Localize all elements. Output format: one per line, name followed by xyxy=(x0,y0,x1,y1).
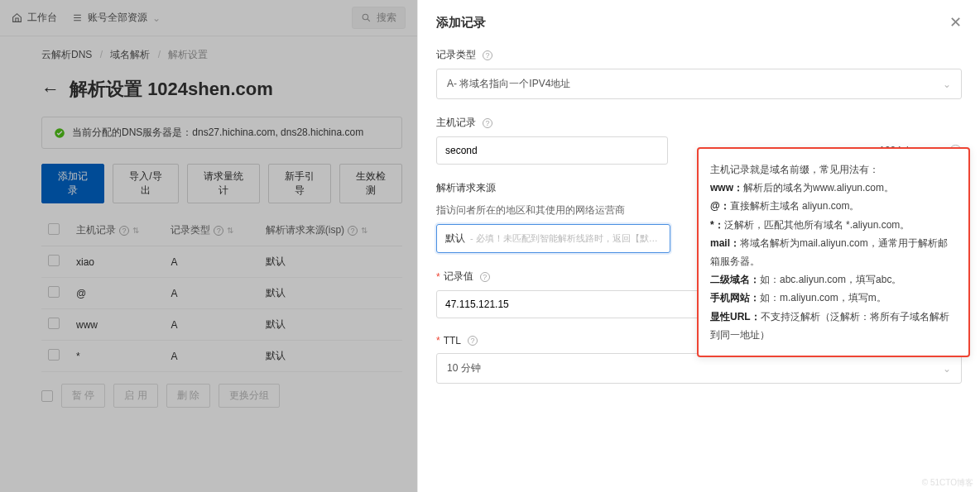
pause-button[interactable]: 暂 停 xyxy=(61,384,105,408)
sort-icon[interactable]: ⇅ xyxy=(361,226,368,235)
action-button-row: 添加记录 导入/导出 请求量统计 新手引导 生效检测 xyxy=(41,164,402,203)
home-icon xyxy=(12,12,22,23)
host-record-tooltip: 主机记录就是域名前缀，常见用法有： www：解析后的域名为www.aliyun.… xyxy=(697,147,970,357)
svg-point-0 xyxy=(363,14,368,20)
col-isp: 解析请求来源(isp) xyxy=(266,224,344,236)
cell-type: A xyxy=(164,309,258,341)
dns-notice-banner: 当前分配的DNS服务器是：dns27.hichina.com, dns28.hi… xyxy=(41,117,402,149)
page-title: 解析设置 1024shen.com xyxy=(70,77,273,102)
cell-host: xiao xyxy=(70,246,164,278)
table-row: @ A 默认 xyxy=(41,278,402,309)
help-icon[interactable]: ? xyxy=(480,272,490,282)
delete-button[interactable]: 删 除 xyxy=(166,384,210,408)
source-placeholder: - 必填！未匹配到智能解析线路时，返回【默认】线路设置结果 xyxy=(470,232,661,245)
resource-dropdown[interactable]: 账号全部资源 ⌄ xyxy=(72,11,161,25)
records-table: 主机记录?⇅ 记录类型?⇅ 解析请求来源(isp)?⇅ xiao A 默认 @ … xyxy=(41,215,402,372)
main-page-underlay: 工作台 账号全部资源 ⌄ 搜索 云解析DNS / 域名解析 / xyxy=(0,0,417,492)
row-checkbox[interactable] xyxy=(48,286,60,298)
help-icon[interactable]: ? xyxy=(119,226,129,236)
regroup-button[interactable]: 更换分组 xyxy=(219,384,280,408)
bulk-action-row: 暂 停 启 用 删 除 更换分组 xyxy=(41,384,402,408)
cell-type: A xyxy=(164,278,258,309)
search-placeholder: 搜索 xyxy=(377,11,396,25)
source-select[interactable]: 默认 - 必填！未匹配到智能解析线路时，返回【默认】线路设置结果 xyxy=(436,224,670,253)
search-box[interactable]: 搜索 xyxy=(352,7,406,29)
top-bar: 工作台 账号全部资源 ⌄ 搜索 xyxy=(0,0,417,36)
check-button[interactable]: 生效检测 xyxy=(339,164,402,203)
import-export-button[interactable]: 导入/导出 xyxy=(113,164,178,203)
row-checkbox[interactable] xyxy=(48,349,60,361)
enable-button[interactable]: 启 用 xyxy=(113,384,157,408)
cell-host: * xyxy=(70,341,164,372)
watermark: © 51CTO博客 xyxy=(922,477,973,489)
cell-isp: 默认 xyxy=(259,341,402,372)
breadcrumb-item-1[interactable]: 云解析DNS xyxy=(41,49,92,60)
source-tag: 默认 xyxy=(445,232,465,246)
select-all-checkbox[interactable] xyxy=(48,223,60,235)
help-icon[interactable]: ? xyxy=(214,226,223,236)
cell-isp: 默认 xyxy=(259,246,402,278)
home-label: 工作台 xyxy=(27,11,57,25)
help-icon[interactable]: ? xyxy=(483,50,492,60)
back-arrow-icon[interactable]: ← xyxy=(41,79,60,100)
add-record-panel: 添加记录 ✕ 记录类型? A- 将域名指向一个IPV4地址 ⌄ 主机记录? .1… xyxy=(417,0,980,492)
cell-type: A xyxy=(164,246,258,278)
list-icon xyxy=(72,12,83,23)
cell-isp: 默认 xyxy=(259,309,402,341)
chevron-down-icon: ⌄ xyxy=(152,12,161,24)
row-checkbox[interactable] xyxy=(48,318,60,329)
record-type-select[interactable]: A- 将域名指向一个IPV4地址 ⌄ xyxy=(436,69,962,99)
close-icon[interactable]: ✕ xyxy=(949,13,962,31)
guide-button[interactable]: 新手引导 xyxy=(268,164,331,203)
table-row: * A 默认 xyxy=(41,341,402,372)
ttl-value: 10 分钟 xyxy=(447,361,481,375)
help-icon[interactable]: ? xyxy=(348,226,358,236)
tooltip-intro: 主机记录就是域名前缀，常见用法有： xyxy=(710,160,957,179)
col-host: 主机记录 xyxy=(76,224,116,236)
cell-host: @ xyxy=(70,278,164,309)
host-record-label: 主机记录? xyxy=(436,116,962,130)
cell-host: www xyxy=(70,309,164,341)
bulk-select-checkbox[interactable] xyxy=(41,390,53,402)
panel-title: 添加记录 xyxy=(436,15,486,31)
col-type: 记录类型 xyxy=(171,224,210,236)
home-link[interactable]: 工作台 xyxy=(12,11,57,25)
row-checkbox[interactable] xyxy=(48,255,60,266)
table-row: xiao A 默认 xyxy=(41,246,402,278)
chevron-down-icon: ⌄ xyxy=(943,79,951,90)
cell-type: A xyxy=(164,341,258,372)
check-circle-icon xyxy=(54,127,65,139)
request-stats-button[interactable]: 请求量统计 xyxy=(187,164,260,203)
record-type-value: A- 将域名指向一个IPV4地址 xyxy=(447,77,570,91)
chevron-down-icon: ⌄ xyxy=(943,363,951,375)
cell-isp: 默认 xyxy=(259,278,402,309)
help-icon[interactable]: ? xyxy=(468,336,478,346)
resource-label: 账号全部资源 xyxy=(88,11,147,25)
sort-icon[interactable]: ⇅ xyxy=(132,226,139,235)
table-row: www A 默认 xyxy=(41,309,402,341)
host-record-input[interactable] xyxy=(436,136,668,165)
help-icon[interactable]: ? xyxy=(483,118,492,128)
sort-icon[interactable]: ⇅ xyxy=(227,226,233,235)
add-record-button[interactable]: 添加记录 xyxy=(41,164,104,203)
search-icon xyxy=(361,12,372,23)
breadcrumb-item-2[interactable]: 域名解析 xyxy=(110,49,150,60)
ttl-select[interactable]: 10 分钟 ⌄ xyxy=(436,353,962,384)
breadcrumb-item-3: 解析设置 xyxy=(168,49,208,60)
dns-notice-text: 当前分配的DNS服务器是：dns27.hichina.com, dns28.hi… xyxy=(72,126,363,140)
record-type-label: 记录类型? xyxy=(436,48,962,62)
breadcrumb: 云解析DNS / 域名解析 / 解析设置 xyxy=(41,48,402,62)
